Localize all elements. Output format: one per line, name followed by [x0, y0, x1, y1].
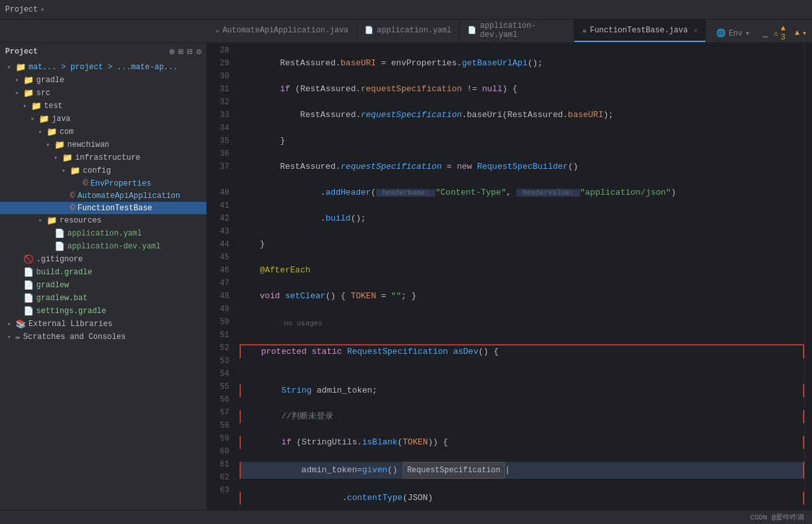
java-label: java	[52, 115, 71, 124]
sidebar-item-newchiwan[interactable]: ▾ 📁 newchiwan	[0, 138, 207, 151]
sidebar-item-extlibs[interactable]: ▾ 📚 External Libraries	[0, 318, 207, 331]
newchiwan-arrow-icon: ▾	[44, 141, 52, 149]
scratches-arrow-icon: ▾	[5, 333, 13, 341]
sidebar-item-functiontest[interactable]: © FunctionTestBase	[0, 202, 207, 214]
sidebar-item-resources[interactable]: ▾ 📁 resources	[0, 214, 207, 227]
envprops-class-icon: ©	[83, 179, 88, 188]
tab-functiontest-label: FunctionTestBase.java	[590, 26, 688, 35]
java-active-icon: ☕	[582, 26, 587, 34]
sidebar-item-test[interactable]: ▾ 📁 test	[0, 100, 207, 113]
sidebar-icon1[interactable]: ⊕	[170, 47, 175, 57]
tab-overflow-button[interactable]: ⋯	[758, 31, 773, 42]
test-arrow-icon: ▾	[21, 102, 28, 110]
sidebar-item-config[interactable]: ▾ 📁 config	[0, 164, 207, 177]
tab-bar: ☕ AutomateApiApplication.java 📄 applicat…	[0, 19, 812, 43]
resources-folder-icon: 📁	[47, 215, 57, 226]
appdevyaml-label: application-dev.yaml	[67, 242, 161, 251]
config-arrow-icon: ▾	[60, 167, 67, 175]
sidebar-item-infrastructure[interactable]: ▾ 📁 infrastructure	[0, 151, 207, 164]
root-arrow-icon: ▾	[5, 63, 13, 71]
gitignore-file-icon: 🚫	[23, 254, 34, 265]
extlibs-arrow-icon: ▾	[5, 320, 13, 328]
sidebar-item-src[interactable]: ▾ 📁 src	[0, 87, 207, 100]
buildgradle-file-icon: 📄	[23, 267, 34, 278]
sidebar-item-appdevyaml[interactable]: 📄 application-dev.yaml	[0, 240, 207, 253]
yaml-icon: 📄	[365, 26, 374, 34]
com-label: com	[60, 127, 74, 136]
automateapi-class-icon: ©	[70, 191, 75, 201]
config-folder-icon: 📁	[70, 166, 80, 176]
warning-up-icon: ▲	[795, 28, 800, 38]
bottom-bar: CSDN @爱咋咋滴	[0, 510, 812, 524]
java-icon: ☕	[215, 26, 220, 34]
functiontest-class-icon: ©	[70, 203, 75, 213]
editor: 28 29 30 31 32 33 34 35 36 37 40 41 42 4…	[207, 43, 812, 510]
project-label: Project	[5, 5, 38, 14]
src-arrow-icon: ▾	[13, 89, 21, 97]
sidebar-icon2[interactable]: ⊞	[179, 47, 184, 57]
watermark: CSDN @爱咋咋滴	[750, 512, 804, 522]
infra-arrow-icon: ▾	[52, 154, 60, 162]
newchiwan-folder-icon: 📁	[54, 140, 65, 150]
sidebar-item-appyaml[interactable]: 📄 application.yaml	[0, 227, 207, 240]
main-layout: Project ⊕ ⊞ ⊟ ⚙ ▾ 📁 mat... > project > .…	[0, 43, 812, 510]
project-chevron[interactable]: ▾	[40, 6, 44, 14]
warning-indicator: ⚠ ▲ 3 ▲ ▾	[773, 24, 812, 42]
sidebar-item-root[interactable]: ▾ 📁 mat... > project > ...mate-ap...	[0, 61, 207, 74]
sidebar-item-com[interactable]: ▾ 📁 com	[0, 126, 207, 138]
gradlew-file-icon: 📄	[23, 280, 34, 290]
resources-label: resources	[60, 216, 102, 225]
src-label: src	[36, 89, 51, 98]
gradlew-label: gradlew	[36, 281, 69, 290]
functiontest-label: FunctionTestBase	[78, 204, 152, 213]
sidebar-item-java[interactable]: ▾ 📁 java	[0, 113, 207, 126]
sidebar-icon4[interactable]: ⚙	[196, 47, 201, 57]
sidebar-item-gradle[interactable]: ▾ 📁 gradle	[0, 74, 207, 87]
automateapi-label: AutomateApiApplication	[78, 191, 180, 201]
sidebar-header: Project ⊕ ⊞ ⊟ ⚙	[0, 43, 207, 61]
root-folder-icon: 📁	[16, 62, 26, 72]
appdevyaml-file-icon: 📄	[54, 241, 65, 252]
newchiwan-label: newchiwan	[67, 140, 109, 149]
line-numbers: 28 29 30 31 32 33 34 35 36 37 40 41 42 4…	[207, 43, 234, 510]
sidebar-item-gradlewbat[interactable]: 📄 gradlew.bat	[0, 292, 207, 305]
sidebar-header-icons: ⊕ ⊞ ⊟ ⚙	[170, 47, 201, 57]
src-folder-icon: 📁	[23, 88, 34, 98]
scratches-label: Scratches and Consoles	[23, 333, 126, 342]
project-title[interactable]: Project ▾	[5, 5, 44, 14]
test-label: test	[44, 102, 63, 111]
extlibs-icon: 📚	[16, 319, 26, 329]
buildgradle-label: build.gradle	[36, 268, 92, 277]
code-area[interactable]: 28 29 30 31 32 33 34 35 36 37 40 41 42 4…	[207, 43, 812, 510]
title-bar: Project ▾	[0, 0, 812, 19]
sidebar-item-scratches[interactable]: ▾ ✏️ Scratches and Consoles	[0, 331, 207, 344]
gradle-arrow-icon: ▾	[13, 76, 21, 84]
tab-appyaml[interactable]: 📄 application.yaml	[357, 19, 460, 42]
gradle-label: gradle	[36, 76, 64, 85]
tab-appdevyaml[interactable]: 📄 application-dev.yaml	[460, 19, 574, 42]
sidebar-item-automateapi[interactable]: © AutomateApiApplication	[0, 190, 207, 202]
sidebar-item-gradlew[interactable]: 📄 gradlew	[0, 279, 207, 292]
sidebar: Project ⊕ ⊞ ⊟ ⚙ ▾ 📁 mat... > project > .…	[0, 43, 207, 510]
warning-icon: ⚠	[773, 28, 778, 38]
gitignore-label: .gitignore	[36, 255, 83, 264]
sidebar-title: Project	[5, 47, 38, 56]
sidebar-item-envprops[interactable]: © EnvProperties	[0, 177, 207, 190]
tab-functiontest[interactable]: ☕ FunctionTestBase.java ✕	[574, 19, 706, 42]
code-content[interactable]: RestAssured.baseURI = envProperties.getB…	[234, 43, 804, 510]
settingsgradle-label: settings.gradle	[36, 307, 106, 316]
env-icon: 🌐	[716, 28, 726, 38]
sidebar-item-settingsgradle[interactable]: 📄 settings.gradle	[0, 305, 207, 318]
java-arrow-icon: ▾	[28, 115, 36, 123]
sidebar-item-buildgradle[interactable]: 📄 build.gradle	[0, 266, 207, 279]
gradlewbat-file-icon: 📄	[23, 293, 34, 303]
sidebar-icon3[interactable]: ⊟	[187, 47, 192, 57]
gradlewbat-label: gradlew.bat	[36, 294, 87, 303]
infra-folder-icon: 📁	[62, 153, 73, 163]
tab-close-button[interactable]: ✕	[694, 27, 697, 34]
sidebar-item-gitignore[interactable]: 🚫 .gitignore	[0, 253, 207, 266]
tab-automate[interactable]: ☕ AutomateApiApplication.java	[207, 19, 357, 42]
appyaml-label: application.yaml	[67, 229, 142, 238]
tab-env[interactable]: 🌐 Env ▾	[708, 25, 758, 42]
com-arrow-icon: ▾	[36, 128, 44, 136]
